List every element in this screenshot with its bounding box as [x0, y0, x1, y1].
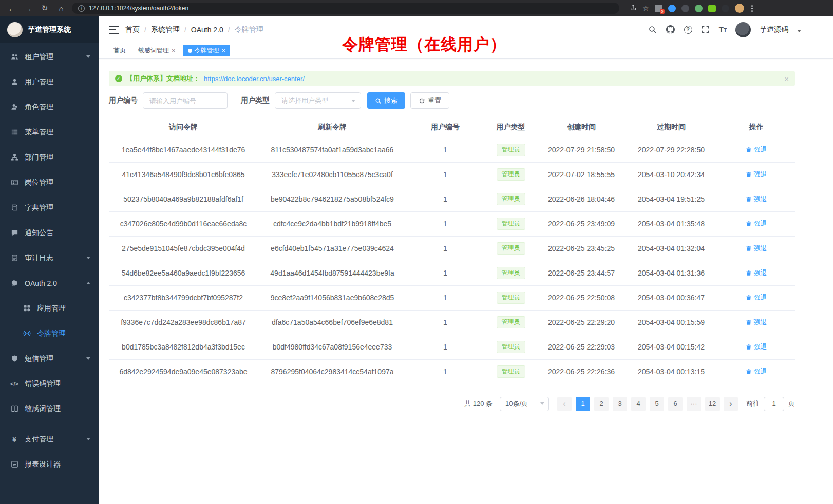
sidebar-item-oauth-app[interactable]: 应用管理 [0, 296, 99, 321]
user-type-badge: 管理员 [497, 316, 525, 328]
sidebar-item-audit-log[interactable]: 审计日志 [0, 245, 99, 270]
bookmark-star-icon[interactable]: ☆ [642, 4, 649, 12]
breadcrumb-oauth[interactable]: OAuth 2.0 [191, 26, 223, 34]
refresh-token: b0df4980ffd34c67a08f9156e4eee733 [258, 335, 407, 359]
sidebar-item-oauth[interactable]: OAuth 2.0 [0, 270, 99, 296]
page-button[interactable]: 3 [613, 397, 627, 411]
chevron-down-icon [351, 100, 355, 102]
refresh-icon [419, 98, 425, 104]
goto-page-input[interactable] [764, 397, 784, 411]
sidebar-item-post[interactable]: 岗位管理 [0, 170, 99, 195]
sidebar-item-notice[interactable]: 通知公告 [0, 220, 99, 245]
user-type-badge: 管理员 [497, 144, 525, 156]
token-table: 访问令牌 刷新令牌 用户编号 用户类型 创建时间 过期时间 操作 1ea5e44… [109, 117, 795, 384]
more-pages-button[interactable]: ··· [687, 397, 701, 411]
font-size-icon[interactable]: TT [719, 25, 727, 34]
breadcrumb-separator: / [144, 26, 146, 34]
help-icon[interactable]: ? [684, 26, 692, 34]
reset-button[interactable]: 重置 [410, 92, 449, 109]
page-button[interactable]: 4 [631, 397, 646, 411]
site-info-icon[interactable]: i [78, 5, 85, 12]
sidebar-item-menu[interactable]: 菜单管理 [0, 120, 99, 145]
sidebar-item-oauth-token[interactable]: 令牌管理 [0, 321, 99, 346]
extension-icon[interactable] [681, 5, 689, 12]
sidebar-item-dict[interactable]: 字典管理 [0, 195, 99, 220]
user-type-cell: 管理员 [484, 187, 538, 211]
page-button[interactable]: 5 [650, 397, 664, 411]
sidebar-item-user[interactable]: 用户管理 [0, 69, 99, 94]
sidebar-item-pay[interactable]: ¥ 支付管理 [0, 427, 99, 452]
browser-menu-icon[interactable] [750, 5, 754, 12]
page-size-select[interactable]: 10条/页 [500, 397, 549, 411]
breadcrumb-home[interactable]: 首页 [125, 25, 140, 34]
force-logout-button[interactable]: 强退 [746, 145, 767, 154]
access-token: 6d842e2924594de9a09e45e087323abe [109, 359, 258, 384]
page-button[interactable]: 1 [576, 397, 590, 411]
close-icon[interactable]: × [222, 47, 226, 54]
sidebar-item-tenant[interactable]: 租户管理 [0, 44, 99, 69]
search-icon[interactable] [648, 25, 657, 34]
user-name[interactable]: 芋道源码 [760, 25, 788, 34]
force-logout-button[interactable]: 强退 [746, 195, 767, 204]
tab-token-management[interactable]: 令牌管理 × [183, 45, 231, 56]
address-bar[interactable]: i 127.0.0.1:1024/system/oauth2/token [72, 3, 619, 14]
col-refresh-token: 刷新令牌 [258, 117, 407, 138]
tab-home[interactable]: 首页 [109, 45, 130, 56]
user-type-select[interactable]: 请选择用户类型 [275, 92, 361, 109]
browser-home-icon[interactable]: ⌂ [55, 4, 67, 13]
force-logout-button[interactable]: 强退 [746, 293, 767, 302]
force-logout-button[interactable]: 强退 [746, 244, 767, 253]
extension-icon[interactable] [708, 5, 716, 12]
user-icon [10, 78, 18, 86]
menu-list-icon [10, 128, 18, 137]
refresh-token: be90422b8c7946218275a508bf524fc9 [258, 187, 407, 211]
extension-icon[interactable] [668, 5, 676, 12]
page-button[interactable]: 12 [705, 397, 720, 411]
close-icon[interactable]: × [172, 47, 176, 54]
force-logout-button[interactable]: 强退 [746, 268, 767, 278]
force-logout-button[interactable]: 强退 [746, 367, 767, 376]
col-expire-time: 过期时间 [625, 117, 717, 138]
sidebar-item-label: 短信管理 [25, 354, 53, 363]
sidebar-collapse-icon[interactable] [109, 26, 119, 34]
page-button[interactable]: 6 [668, 397, 683, 411]
sidebar-item-sms[interactable]: 短信管理 [0, 346, 99, 371]
force-logout-button[interactable]: 强退 [746, 170, 767, 179]
extension-icon[interactable]: 0 [655, 5, 662, 12]
force-logout-button[interactable]: 强退 [746, 318, 767, 327]
sidebar-item-sensitive-words[interactable]: 敏感词管理 [0, 396, 99, 421]
extension-icon[interactable] [722, 5, 729, 12]
browser-reload-icon[interactable]: ↻ [39, 4, 50, 13]
user-avatar[interactable] [735, 22, 751, 37]
prev-page-button[interactable]: ‹ [557, 397, 572, 411]
sidebar-item-error-code[interactable]: </> 错误码管理 [0, 371, 99, 396]
fullscreen-icon[interactable] [701, 25, 710, 34]
next-page-button[interactable]: › [724, 397, 738, 411]
share-icon[interactable] [630, 4, 637, 13]
close-icon[interactable]: × [784, 74, 789, 83]
force-logout-button[interactable]: 强退 [746, 219, 767, 228]
sidebar-item-report-designer[interactable]: 报表设计器 [0, 452, 99, 477]
sidebar-item-role[interactable]: 角色管理 [0, 94, 99, 120]
page-button[interactable]: 2 [594, 397, 609, 411]
search-button[interactable]: 搜索 [367, 92, 405, 109]
sidebar-item-dept[interactable]: 部门管理 [0, 145, 99, 170]
app-logo[interactable]: 芋道管理系统 [0, 16, 99, 43]
force-logout-button[interactable]: 强退 [746, 342, 767, 352]
user-id-input[interactable] [143, 92, 228, 109]
browser-back-icon[interactable]: ← [6, 4, 17, 13]
doc-link[interactable]: https://doc.iocoder.cn/user-center/ [204, 75, 305, 83]
actions-cell: 强退 [717, 162, 795, 187]
breadcrumb-system[interactable]: 系统管理 [151, 25, 180, 34]
url-text[interactable]: 127.0.0.1:1024/system/oauth2/token [89, 5, 188, 12]
browser-forward-icon[interactable]: → [23, 4, 34, 13]
extension-icon[interactable] [695, 5, 703, 12]
expire-time: 2054-03-04 01:35:48 [625, 211, 717, 236]
browser-profile-avatar[interactable] [735, 4, 744, 13]
error-code-icon: </> [10, 380, 18, 388]
sidebar-item-label: 敏感词管理 [25, 404, 61, 414]
chevron-down-icon[interactable] [797, 30, 801, 32]
user-id: 1 [407, 261, 484, 285]
tab-sensitive-words[interactable]: 敏感词管理 × [134, 45, 180, 56]
github-icon[interactable] [666, 25, 675, 34]
